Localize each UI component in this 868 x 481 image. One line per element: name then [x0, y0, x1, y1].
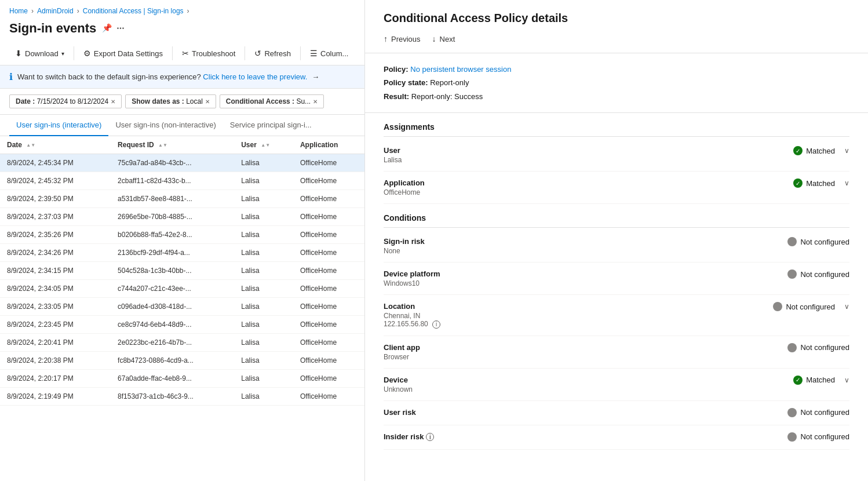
download-button[interactable]: ⬇ Download ▾ [9, 45, 70, 61]
cell-app: OfficeHome [293, 280, 364, 298]
cell-user: Lalisa [234, 352, 293, 370]
table-row[interactable]: 8/9/2024, 2:37:03 PM 2696e5be-70b8-4885-… [0, 208, 364, 226]
pin-icon[interactable]: 📌 [102, 23, 112, 34]
troubleshoot-icon: ✂ [182, 49, 189, 58]
chevron-down-icon[interactable]: ∨ [844, 147, 849, 155]
cell-request-id: 67a0adde-ffac-4eb8-9... [111, 370, 234, 388]
breadcrumb: Home › AdminDroid › Conditional Access |… [0, 0, 364, 19]
cell-date: 8/9/2024, 2:23:45 PM [0, 316, 111, 334]
more-icon[interactable]: ··· [116, 23, 124, 34]
cell-date: 8/9/2024, 2:37:03 PM [0, 208, 111, 226]
table-row[interactable]: 8/9/2024, 2:20:41 PM 2e0223bc-e216-4b7b-… [0, 334, 364, 352]
table-row[interactable]: 8/9/2024, 2:34:26 PM 2136bcf9-29df-4f94-… [0, 244, 364, 262]
cell-app: OfficeHome [293, 208, 364, 226]
tab-interactive[interactable]: User sign-ins (interactive) [9, 115, 108, 136]
date-filter[interactable]: Date : 7/15/2024 to 8/12/2024 ✕ [9, 94, 122, 108]
cell-request-id: 2e0223bc-e216-4b7b-... [111, 334, 234, 352]
next-button[interactable]: ↓ Next [432, 34, 455, 43]
col-user[interactable]: User ▲▼ [234, 136, 293, 154]
condition-row[interactable]: User risk Not configured [384, 401, 849, 425]
table-row[interactable]: 8/9/2024, 2:45:32 PM 2cbaff11-c82d-433c-… [0, 172, 364, 190]
col-application[interactable]: Application [293, 136, 364, 154]
cell-user: Lalisa [234, 298, 293, 316]
condition-row[interactable]: Client app Browser Not configured [384, 336, 849, 369]
cell-request-id: b0206b88-ffa5-42e2-8... [111, 226, 234, 244]
request-sort-icon: ▲▼ [158, 143, 167, 148]
filter-close-icon-2: ✕ [205, 99, 210, 105]
not-configured-dot-icon [787, 269, 797, 279]
table-row[interactable]: 8/9/2024, 2:39:50 PM a531db57-8ee8-4881-… [0, 190, 364, 208]
tab-service-principal[interactable]: Service principal sign-i... [223, 115, 319, 136]
columns-button[interactable]: ☰ Colum... [304, 45, 354, 61]
breadcrumb-admindroid[interactable]: AdminDroid [37, 7, 74, 15]
col-request-id[interactable]: Request ID ▲▼ [111, 136, 234, 154]
refresh-button[interactable]: ↺ Refresh [249, 45, 297, 61]
condition-row[interactable]: Insider riski Not configured [384, 425, 849, 450]
tab-non-interactive[interactable]: User sign-ins (non-interactive) [108, 115, 223, 136]
info-circle-icon[interactable]: i [426, 433, 434, 441]
condition-label: Location [384, 302, 734, 311]
not-configured-dot-icon [787, 408, 797, 417]
table-row[interactable]: 8/9/2024, 2:33:05 PM c096ade4-d308-418d-… [0, 298, 364, 316]
previous-button[interactable]: ↑ Previous [384, 34, 421, 43]
right-panel-title: Conditional Access Policy details [384, 12, 849, 25]
cell-request-id: 75c9a7ad-a84b-43cb-... [111, 154, 234, 172]
cell-request-id: 2cbaff11-c82d-433c-b... [111, 172, 234, 190]
table-row[interactable]: 8/9/2024, 2:20:17 PM 67a0adde-ffac-4eb8-… [0, 370, 364, 388]
matched-dot-icon: ✓ [793, 376, 803, 385]
table-row[interactable]: 8/9/2024, 2:34:15 PM 504c528a-1c3b-40bb-… [0, 262, 364, 280]
cell-request-id: fc8b4723-0886-4cd9-a... [111, 352, 234, 370]
cell-request-id: a531db57-8ee8-4881-... [111, 190, 234, 208]
policy-name-link[interactable]: No persistent browser session [410, 65, 511, 74]
not-configured-dot-icon [787, 343, 797, 352]
condition-label: Device platform [384, 269, 734, 278]
table-row[interactable]: 8/9/2024, 2:23:45 PM ce8c974d-6eb4-48d9-… [0, 316, 364, 334]
table-row[interactable]: 8/9/2024, 2:20:38 PM fc8b4723-0886-4cd9-… [0, 352, 364, 370]
condition-label: Insider riski [384, 432, 734, 442]
right-panel: Conditional Access Policy details ↑ Prev… [365, 0, 868, 481]
breadcrumb-conditional-access[interactable]: Conditional Access | Sign-in logs [83, 7, 184, 15]
condition-label: Client app [384, 343, 734, 352]
status-label: Matched [806, 179, 835, 188]
toolbar: ⬇ Download ▾ ⚙ Export Data Settings ✂ Tr… [0, 42, 364, 65]
table-row[interactable]: 8/9/2024, 2:19:49 PM 8f153d73-a1cb-46c3-… [0, 388, 364, 406]
chevron-down-icon[interactable]: ∨ [844, 303, 849, 311]
date-format-filter[interactable]: Show dates as : Local ✕ [125, 94, 216, 108]
cell-date: 8/9/2024, 2:35:26 PM [0, 226, 111, 244]
col-date[interactable]: Date ▲▼ [0, 136, 111, 154]
cell-app: OfficeHome [293, 172, 364, 190]
troubleshoot-button[interactable]: ✂ Troubleshoot [176, 45, 241, 61]
user-sort-icon: ▲▼ [261, 143, 270, 148]
policy-state-row: Policy state: Report-only [384, 76, 849, 89]
chevron-down-icon[interactable]: ∨ [844, 179, 849, 187]
info-icon: ℹ [9, 71, 13, 82]
next-arrow-icon: ↓ [432, 34, 436, 43]
cell-user: Lalisa [234, 316, 293, 334]
status-badge: Not configured [787, 237, 849, 246]
toolbar-divider-3 [245, 46, 245, 60]
conditional-access-filter[interactable]: Conditional Access : Su... ✕ [220, 94, 324, 108]
assignment-row[interactable]: Application OfficeHome ✓ Matched ∨ [384, 172, 849, 204]
cell-request-id: 2136bcf9-29df-4f94-a... [111, 244, 234, 262]
breadcrumb-home[interactable]: Home [9, 7, 28, 15]
export-button[interactable]: ⚙ Export Data Settings [78, 45, 169, 61]
condition-row[interactable]: Device platform Windows10 Not configured [384, 263, 849, 295]
filter-close-icon-3: ✕ [313, 99, 318, 105]
assignment-row[interactable]: User Lalisa ✓ Matched ∨ [384, 139, 849, 172]
cell-date: 8/9/2024, 2:45:34 PM [0, 154, 111, 172]
cell-date: 8/9/2024, 2:45:32 PM [0, 172, 111, 190]
status-badge: ✓ Matched [793, 376, 835, 385]
table-row[interactable]: 8/9/2024, 2:45:34 PM 75c9a7ad-a84b-43cb-… [0, 154, 364, 172]
info-bar-link[interactable]: Click here to leave the preview. [203, 72, 307, 81]
cell-date: 8/9/2024, 2:20:38 PM [0, 352, 111, 370]
condition-row[interactable]: Sign-in risk None Not configured [384, 230, 849, 263]
table-row[interactable]: 8/9/2024, 2:35:26 PM b0206b88-ffa5-42e2-… [0, 226, 364, 244]
info-circle-icon[interactable]: i [432, 320, 440, 329]
cell-date: 8/9/2024, 2:39:50 PM [0, 190, 111, 208]
condition-value: Windows10 [384, 279, 734, 287]
condition-label: Sign-in risk [384, 237, 734, 246]
condition-row[interactable]: Device Unknown ✓ Matched ∨ [384, 369, 849, 401]
table-row[interactable]: 8/9/2024, 2:34:05 PM c744a207-c21c-43ee-… [0, 280, 364, 298]
chevron-down-icon[interactable]: ∨ [844, 376, 849, 384]
condition-row[interactable]: Location Chennai, IN122.165.56.80 i Not … [384, 295, 849, 336]
